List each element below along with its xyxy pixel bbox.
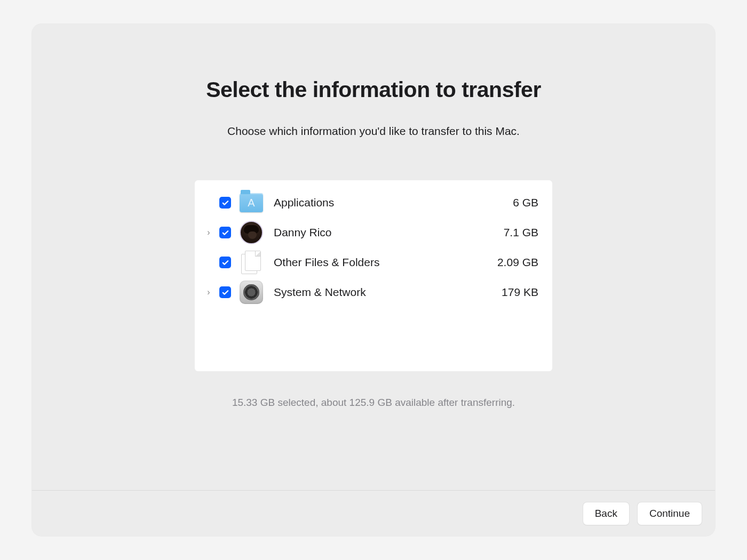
checkmark-icon — [221, 259, 229, 267]
item-row-other-files[interactable]: › Other Files & Folders 2.09 GB — [204, 247, 538, 277]
checkmark-icon — [221, 199, 229, 207]
system-settings-icon — [240, 281, 263, 304]
transfer-items-panel: › A Applications 6 GB › Danny Rico — [195, 180, 552, 371]
page-subtitle: Choose which information you'd like to t… — [227, 125, 520, 138]
item-size: 179 KB — [502, 286, 538, 299]
checkbox-system-network[interactable] — [219, 286, 231, 298]
documents-icon — [240, 251, 263, 274]
apps-folder-icon: A — [240, 191, 263, 214]
item-label: Applications — [269, 196, 506, 209]
status-text: 15.33 GB selected, about 125.9 GB availa… — [232, 397, 515, 409]
item-label: System & Network — [269, 286, 495, 299]
checkmark-icon — [221, 229, 229, 237]
item-size: 7.1 GB — [504, 226, 538, 239]
checkbox-other-files[interactable] — [219, 257, 231, 268]
user-avatar-icon — [240, 221, 263, 244]
checkbox-user[interactable] — [219, 227, 231, 238]
page-title: Select the information to transfer — [206, 77, 541, 102]
item-row-system-network[interactable]: › System & Network 179 KB — [204, 277, 538, 307]
item-size: 2.09 GB — [497, 256, 538, 269]
item-label: Other Files & Folders — [269, 256, 491, 269]
item-label: Danny Rico — [269, 226, 497, 239]
content-area: Select the information to transfer Choos… — [32, 24, 715, 490]
chevron-right-icon[interactable]: › — [204, 228, 213, 237]
back-button[interactable]: Back — [583, 502, 630, 525]
footer-bar: Back Continue — [32, 490, 715, 536]
checkbox-applications[interactable] — [219, 197, 231, 209]
item-size: 6 GB — [513, 196, 538, 209]
chevron-right-icon[interactable]: › — [204, 288, 213, 297]
migration-assistant-window: Select the information to transfer Choos… — [32, 24, 715, 536]
continue-button[interactable]: Continue — [637, 502, 702, 525]
item-row-applications[interactable]: › A Applications 6 GB — [204, 188, 538, 218]
item-row-user[interactable]: › Danny Rico 7.1 GB — [204, 218, 538, 247]
checkmark-icon — [221, 289, 229, 297]
